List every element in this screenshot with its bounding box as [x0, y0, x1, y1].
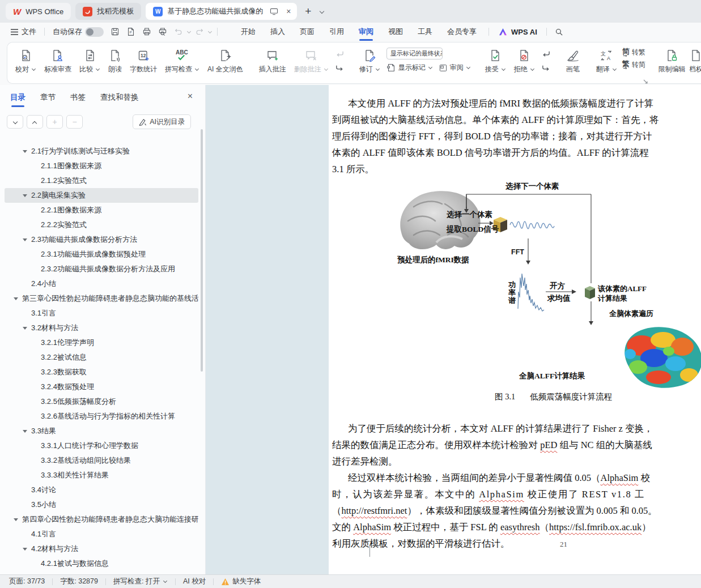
autosave-control[interactable]: 自动保存: [49, 27, 107, 37]
collapse-triangle-icon[interactable]: [23, 238, 27, 241]
ai-recognize-toc-button[interactable]: AI识别目录: [133, 114, 191, 129]
toc-item[interactable]: 3.2.4数据预处理: [5, 380, 198, 394]
to-simplified-button[interactable]: 繁 转简: [622, 60, 645, 70]
file-menu[interactable]: 文件: [7, 27, 40, 37]
doc-permission-button[interactable]: 文档权限: [690, 45, 701, 76]
autosave-toggle[interactable]: [85, 27, 104, 37]
toc-item[interactable]: 2.2.1图像数据来源: [5, 203, 198, 218]
brush-button[interactable]: 画笔: [562, 45, 584, 76]
toc-item[interactable]: 3.2.6基线活动与行为学指标的相关性计算: [5, 409, 198, 424]
close-icon[interactable]: ×: [285, 7, 292, 16]
tab-find-replace[interactable]: 查找和替换: [100, 92, 139, 107]
toc-item[interactable]: 2.1.1图像数据来源: [5, 159, 198, 173]
save-icon[interactable]: [109, 25, 121, 38]
collapse-triangle-icon[interactable]: [23, 327, 27, 330]
show-markup-button[interactable]: 显示标记: [386, 63, 433, 73]
revise-button[interactable]: 修订: [355, 45, 384, 76]
toc-item[interactable]: 3.3.2基线活动组间比较结果: [5, 453, 198, 468]
toc-item[interactable]: 3.3.1人口统计学和心理学数据: [5, 438, 198, 453]
toc-item[interactable]: 3.3结果: [5, 424, 198, 438]
menu-tab[interactable]: 开始: [233, 23, 263, 40]
word-count-button[interactable]: 12 字数统计: [126, 45, 161, 76]
spellcheck-indicator[interactable]: 拼写检查: 打开: [113, 577, 168, 586]
restrict-edit-button[interactable]: 限制编辑: [655, 45, 690, 76]
next-comment-icon[interactable]: [334, 63, 346, 73]
menu-tab[interactable]: 页面: [292, 23, 322, 40]
monitor-icon[interactable]: [269, 7, 279, 15]
compare-button[interactable]: 比较: [75, 45, 104, 76]
read-aloud-button[interactable]: 朗读: [104, 45, 126, 76]
proofread-button[interactable]: 校对: [11, 45, 40, 76]
reject-button[interactable]: 拒绝: [510, 45, 539, 76]
toc-item[interactable]: 3.2材料与方法: [5, 321, 198, 335]
toc-item[interactable]: 2.1行为学训练测试与迁移实验: [5, 144, 198, 159]
page-indicator[interactable]: 页面: 37/73: [9, 577, 45, 586]
menu-tab[interactable]: 会员专享: [440, 23, 484, 40]
document-page[interactable]: 本文使用 ALFF 的方法对预处理后的 fMRI 数据的低频振荡幅度进行了计算到…: [329, 85, 701, 574]
toc-item[interactable]: 2.3.2功能磁共振成像数据分析方法及应用: [5, 262, 198, 276]
tab-list-chevron-icon[interactable]: [319, 9, 324, 14]
toc-item[interactable]: 2.4小结: [5, 276, 198, 291]
toc-item[interactable]: 4.2材料与方法: [5, 542, 198, 556]
insert-comment-button[interactable]: 插入批注: [255, 45, 290, 76]
markup-state-select[interactable]: 显示标记的最终状态: [386, 48, 443, 59]
toc-item[interactable]: 2.1.2实验范式: [5, 173, 198, 188]
collapse-triangle-icon[interactable]: [23, 194, 27, 197]
toc-item[interactable]: 3.1引言: [5, 306, 198, 321]
menu-tab[interactable]: 工具: [410, 23, 440, 40]
toc-item[interactable]: 2.3.1功能磁共振成像数据预处理: [5, 247, 198, 262]
next-change-icon[interactable]: [541, 63, 552, 73]
missing-font-warning[interactable]: 缺失字体: [221, 577, 261, 586]
toc-item[interactable]: 3.4讨论: [5, 483, 198, 497]
close-icon[interactable]: ×: [188, 91, 193, 101]
tab-toc[interactable]: 目录: [10, 92, 26, 107]
toc-item[interactable]: 2.2.2实验范式: [5, 218, 198, 232]
export-pdf-icon[interactable]: P: [125, 25, 137, 38]
toc-item[interactable]: 2.3功能磁共振成像数据分析方法: [5, 232, 198, 247]
menu-tab[interactable]: 引用: [322, 23, 351, 40]
toc-item[interactable]: 3.2.3数据获取: [5, 365, 198, 380]
menu-tab[interactable]: 插入: [263, 23, 292, 40]
collapse-triangle-icon[interactable]: [23, 150, 27, 153]
prev-change-icon[interactable]: [541, 49, 552, 59]
collapse-triangle-icon[interactable]: [23, 430, 27, 433]
print-icon[interactable]: [141, 25, 153, 38]
collapse-up-button[interactable]: [27, 115, 43, 129]
sidebar-scrollbar[interactable]: [201, 129, 203, 372]
ai-polish-button[interactable]: AI 全文润色: [203, 45, 247, 76]
collapse-triangle-icon[interactable]: [14, 297, 18, 300]
standard-review-button[interactable]: 标准审查: [40, 45, 75, 76]
collapse-triangle-icon[interactable]: [23, 548, 27, 551]
toc-item[interactable]: 4.2.1被试与数据信息: [5, 556, 198, 571]
to-traditional-button[interactable]: 简 转繁: [622, 48, 645, 57]
toc-item[interactable]: 3.2.2被试信息: [5, 350, 198, 365]
toc-item[interactable]: 4.2.2实验范式: [5, 571, 198, 574]
ai-proofread-button[interactable]: AI 校对: [183, 577, 206, 586]
spell-check-button[interactable]: ABC 拼写检查: [161, 45, 203, 76]
expand-group-icon[interactable]: [643, 76, 648, 80]
tab-document-active[interactable]: W 基于静息态功能磁共振成像的 ×: [146, 3, 297, 20]
translate-button[interactable]: 文A 翻译: [592, 45, 621, 76]
review-pane-button[interactable]: 审阅: [439, 63, 471, 73]
tab-chapters[interactable]: 章节: [40, 92, 56, 107]
menu-tab[interactable]: 视图: [381, 23, 410, 40]
wps-ai-button[interactable]: WPS AI: [494, 28, 542, 36]
toc-item[interactable]: 2.2脑电采集实验: [5, 188, 198, 203]
toc-item[interactable]: 3.3.3相关性计算结果: [5, 468, 198, 483]
search-icon[interactable]: [553, 25, 566, 38]
tab-wps-office[interactable]: W WPS Office: [6, 3, 71, 20]
word-count-indicator[interactable]: 字数: 32879: [60, 577, 98, 586]
tab-bookmarks[interactable]: 书签: [70, 92, 86, 107]
toc-item[interactable]: 第四章心因性勃起功能障碍患者静息态大脑功能连接研 ...: [5, 512, 198, 527]
collapse-triangle-icon[interactable]: [14, 518, 18, 521]
toc-item[interactable]: 3.5小结: [5, 497, 198, 512]
toc-item[interactable]: 第三章心因性勃起功能障碍患者静息态脑功能的基线活 ...: [5, 291, 198, 306]
toc-item[interactable]: 3.2.1伦理学声明: [5, 335, 198, 350]
toc-item[interactable]: 4.1引言: [5, 527, 198, 542]
new-tab-button[interactable]: +: [301, 5, 315, 18]
print-preview-icon[interactable]: [156, 25, 169, 38]
menu-tab[interactable]: 审阅: [351, 23, 381, 40]
toc-item[interactable]: 3.2.5低频振荡幅度分析: [5, 394, 198, 409]
expand-down-button[interactable]: [7, 115, 23, 129]
accept-button[interactable]: 接受: [481, 45, 510, 76]
